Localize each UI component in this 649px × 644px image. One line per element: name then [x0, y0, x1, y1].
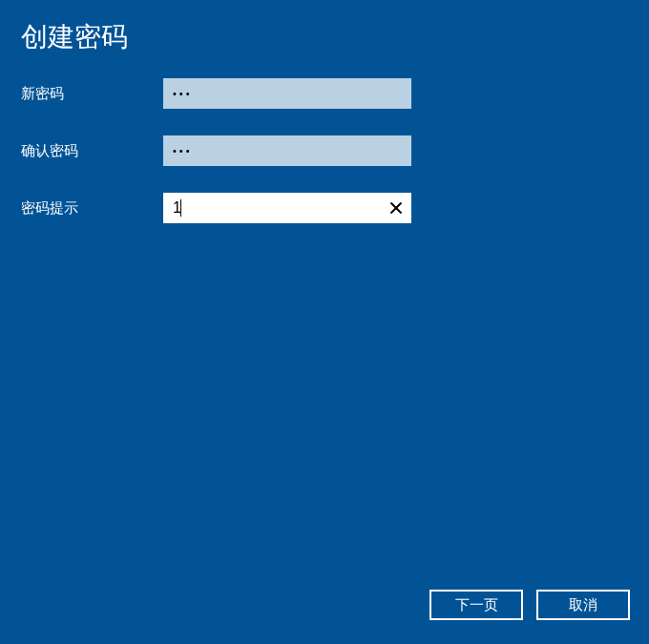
label-confirm-password: 确认密码: [21, 142, 163, 160]
label-new-password: 新密码: [21, 85, 163, 103]
input-new-password[interactable]: •••: [163, 78, 411, 109]
text-caret: [180, 199, 181, 217]
row-new-password: 新密码 •••: [21, 78, 649, 109]
confirm-password-value: •••: [173, 145, 193, 156]
label-password-hint: 密码提示: [21, 199, 163, 218]
clear-hint-button[interactable]: [382, 194, 410, 222]
input-confirm-password[interactable]: •••: [163, 135, 411, 166]
form-area: 新密码 ••• 确认密码 ••• 密码提示: [0, 55, 649, 223]
button-bar: 下一页 取消: [429, 590, 630, 620]
page-title: 创建密码: [0, 0, 649, 55]
hint-input-wrapper: [163, 193, 411, 223]
close-icon: [389, 201, 403, 215]
new-password-value: •••: [173, 88, 193, 99]
next-button[interactable]: 下一页: [429, 590, 523, 620]
row-confirm-password: 确认密码 •••: [21, 135, 649, 166]
input-password-hint[interactable]: [163, 193, 382, 223]
cancel-button[interactable]: 取消: [536, 590, 630, 620]
row-password-hint: 密码提示: [21, 193, 649, 223]
